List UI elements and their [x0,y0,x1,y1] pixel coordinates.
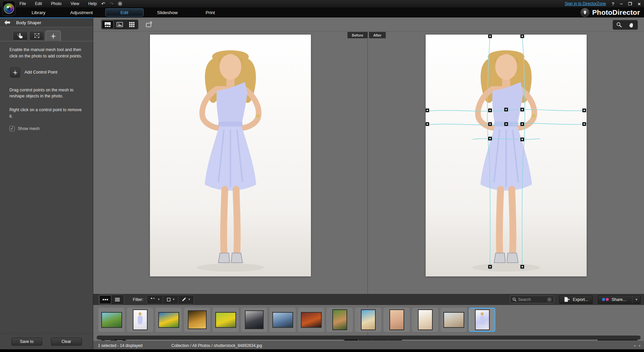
list-view-button[interactable] [111,295,123,304]
mesh-overlay[interactable] [426,35,587,276]
menu-photo[interactable]: Photo [51,1,61,6]
menu-bar: File Edit Photo View Help [19,0,97,7]
thumbnail-sunset-storm[interactable] [298,308,324,332]
flag-filter-button[interactable]: ▼ [147,296,163,304]
breadcrumb: Collection / All Photos / shutterstock_8… [171,343,262,348]
status-bar: 1 selected - 14 displayed Collection / A… [93,341,644,350]
mesh-grid-tool-button[interactable] [29,31,44,40]
thumbnail-woman-blue-dress[interactable] [469,308,495,332]
share-dropdown-arrow[interactable]: ▼ [632,296,640,304]
tab-adjustment[interactable]: Adjustment [60,7,103,17]
hand-drag-tool-button[interactable] [13,31,28,40]
clear-search-icon[interactable]: × [547,297,552,302]
restore-icon[interactable] [628,2,632,5]
undo-icon[interactable]: ↶ [101,1,105,6]
tab-print[interactable]: Print [189,7,232,17]
thumbnail-laughing-woman[interactable] [412,308,438,332]
menu-divider [97,2,97,6]
chevron-down-icon: ▼ [157,298,160,301]
brand-name: PhotoDirector [592,8,640,16]
edited-filter-button[interactable]: ▼ [178,296,194,304]
thumbnail-golden-spiral[interactable] [184,308,210,332]
selection-status: 1 selected - 14 displayed [98,343,143,348]
help-icon[interactable]: ? [611,1,614,6]
before-photo[interactable] [150,35,311,276]
chevron-down-icon: ▼ [172,298,175,301]
app-logo [2,1,15,16]
after-pane [368,32,644,336]
title-bar: File Edit Photo View Help ↶ ↷ Sign in to… [0,0,644,7]
thumbnail-beach-walkers[interactable] [355,308,381,332]
back-arrow-button[interactable] [0,18,14,27]
thumbnail-view-button[interactable] [99,295,111,304]
search-input[interactable] [518,297,545,302]
export-icon [564,297,570,302]
thumbnail-cat-in-grass[interactable] [326,308,353,332]
filter-label: Filter: [133,297,143,302]
mesh-tool-tabs [0,27,93,41]
viewer-grid-mode-button[interactable] [126,20,138,29]
viewer-single-mode-button[interactable] [114,20,126,29]
menu-view[interactable]: View [70,1,79,6]
export-button[interactable]: Export... [559,295,593,304]
export-label: Export... [573,297,589,302]
thumbnail-dark-harbor-boat[interactable] [241,308,267,332]
settings-gear-icon[interactable] [118,1,122,6]
thumbnail-strip [93,305,644,335]
before-pane [93,32,367,336]
thumbnail-woman-leaning-beach[interactable] [440,308,467,332]
viewer-toolbar-top [93,17,644,32]
photo-browser: Filter: ▼ ▼ [93,294,644,349]
add-control-point-label: Add Control Point [24,69,57,76]
module-tab-bar: Library Adjustment Edit Slideshow Print [0,7,644,17]
minimize-icon[interactable]: – [620,1,623,6]
previous-page-icon[interactable]: ◄ [633,344,636,347]
label-filter-button[interactable]: ▼ [163,296,178,304]
clear-button[interactable]: Clear [51,338,82,346]
next-page-icon[interactable]: ► [638,344,641,347]
show-mesh-checkbox[interactable]: ✓ [9,126,15,131]
menu-edit[interactable]: Edit [35,1,42,6]
before-tab[interactable]: Before [347,32,368,38]
add-control-point-button[interactable] [10,68,20,78]
menu-file[interactable]: File [19,1,26,6]
thumbnail-scrollbar[interactable] [97,336,641,340]
signin-directorzone-link[interactable]: Sign in to DirectorZone [565,1,606,6]
viewer-filmstrip-mode-button[interactable] [102,20,114,29]
pan-hand-tool-icon[interactable] [625,20,637,29]
manual-point-tool-button[interactable] [46,31,61,41]
magnifier-tool-icon[interactable] [613,20,625,29]
tab-library[interactable]: Library [17,7,60,17]
main-area: Before After [93,17,644,349]
after-tab[interactable]: After [369,32,386,38]
close-icon[interactable]: × [638,1,641,7]
tab-edit[interactable]: Edit [103,7,146,17]
brand: PhotoDirector [581,7,640,17]
thumbnail-smiling-woman-closeup[interactable] [383,308,410,332]
rotate-photo-button[interactable] [144,20,155,29]
share-label: Share... [611,297,626,302]
share-button[interactable]: Share... ▼ [598,295,641,304]
instruction-text-2: Drag control points on the mesh to resha… [9,87,84,100]
instruction-text-3: Right click on a control point to remove… [9,107,84,120]
view-mode-group [101,19,139,30]
search-icon [512,297,517,302]
compare-panes: Before After [93,32,644,336]
menu-help[interactable]: Help [88,1,97,6]
body-shaper-panel: Body Shaper [0,17,93,349]
window-bottom-edge [0,349,644,352]
thumbnail-flower-field-bicycle[interactable] [212,308,239,332]
thumbnail-mountain-meadow-horses[interactable] [98,308,125,332]
thumbnail-sunflower-sky[interactable] [155,308,182,332]
save-to-button[interactable]: Save to [11,338,42,346]
redo-icon[interactable]: ↷ [110,1,114,6]
thumbnail-mountain-lake-reflection[interactable] [269,308,296,332]
after-photo[interactable] [426,35,587,276]
tab-slideshow[interactable]: Slideshow [146,7,189,17]
app-window: File Edit Photo View Help ↶ ↷ Sign in to… [0,0,644,352]
thumbnail-woman-white-dress[interactable] [127,308,153,332]
directorzone-upload-icon [581,8,589,17]
panel-title: Body Shaper [16,20,41,25]
zoom-tools-group [612,20,638,30]
filter-group: ▼ ▼ ▼ [147,295,194,304]
